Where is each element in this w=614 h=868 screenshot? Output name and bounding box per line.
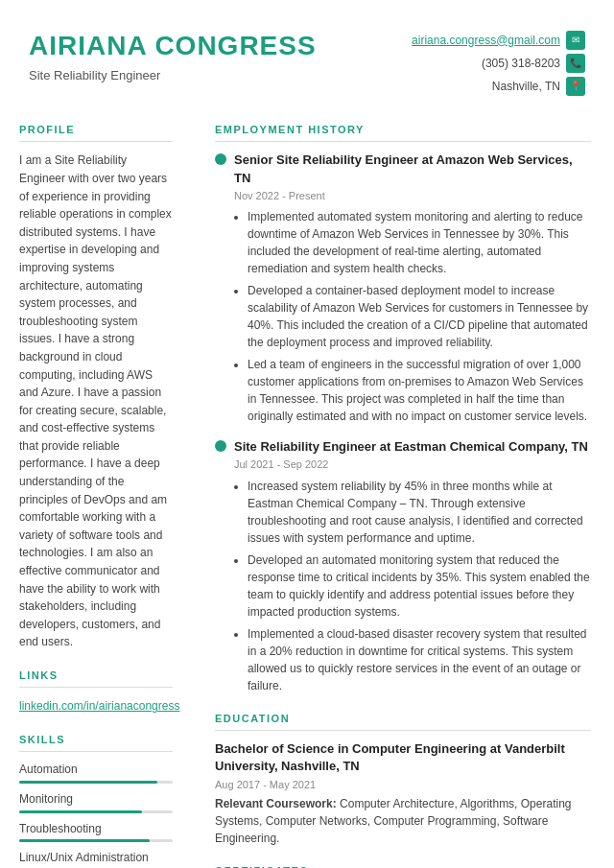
job-bullet: Led a team of engineers in the successfu… <box>248 356 591 425</box>
job-dates: Jul 2021 - Sep 2022 <box>234 457 591 472</box>
skill-item: Monitoring <box>19 791 173 813</box>
left-column: PROFILE I am a Site Reliability Engineer… <box>0 113 192 868</box>
location-text: Nashville, TN <box>492 79 560 95</box>
skill-name: Monitoring <box>19 791 173 808</box>
links-list: linkedin.com/in/airianacongress <box>19 697 173 715</box>
main-layout: PROFILE I am a Site Reliability Engineer… <box>0 113 614 868</box>
job-bullet: Implemented a cloud-based disaster recov… <box>248 625 591 694</box>
job-dates: Nov 2022 - Present <box>234 189 591 203</box>
location-row: Nashville, TN 📍 <box>492 77 585 96</box>
coursework-label: Relevant Coursework: <box>215 797 337 810</box>
skills-section-title: SKILLS <box>19 733 173 752</box>
job-item: Site Reliability Engineer at Eastman Che… <box>215 438 591 694</box>
job-title: Site Reliability Engineer at Eastman Che… <box>234 438 588 456</box>
skill-item: Automation <box>19 762 173 784</box>
job-item: Senior Site Reliability Engineer at Amaz… <box>215 152 591 425</box>
job-bullet: Developed a container-based deployment m… <box>248 282 591 351</box>
header-right: airiana.congress@gmail.com ✉ (305) 318-8… <box>412 27 585 96</box>
linkedin-link[interactable]: linkedin.com/in/airianacongress <box>19 699 179 713</box>
header-left: AIRIANA CONGRESS Site Reliability Engine… <box>29 27 317 84</box>
links-section-title: LINKS <box>19 669 173 688</box>
edu-dates: Aug 2017 - May 2021 <box>215 778 591 792</box>
certificates-section-title: CERTIFICATES <box>215 864 591 868</box>
profile-section-title: PROFILE <box>19 123 173 142</box>
phone-text: (305) 318-8203 <box>482 56 560 72</box>
employment-list: Senior Site Reliability Engineer at Amaz… <box>215 152 591 693</box>
email-row: airiana.congress@gmail.com ✉ <box>412 31 585 50</box>
skill-bar-fill <box>19 781 157 784</box>
education-block: Bachelor of Science in Computer Engineer… <box>215 740 591 847</box>
candidate-name: AIRIANA CONGRESS <box>29 27 317 64</box>
job-bullets: Implemented automated system monitoring … <box>234 208 591 425</box>
edu-degree: Bachelor of Science in Computer Engineer… <box>215 740 591 775</box>
skill-name: Troubleshooting <box>19 821 173 837</box>
job-title-row: Senior Site Reliability Engineer at Amaz… <box>215 152 591 186</box>
job-bullet: Increased system reliability by 45% in t… <box>248 478 591 547</box>
phone-row: (305) 318-8203 📞 <box>482 54 585 73</box>
job-dot <box>215 153 226 165</box>
skill-bar-bg <box>19 781 173 784</box>
email-icon: ✉ <box>566 31 585 50</box>
candidate-title: Site Reliability Engineer <box>29 67 317 84</box>
job-title-row: Site Reliability Engineer at Eastman Che… <box>215 438 591 456</box>
skill-name: Linux/Unix Administration <box>19 850 173 866</box>
education-section-title: EDUCATION <box>215 712 591 731</box>
job-title: Senior Site Reliability Engineer at Amaz… <box>234 152 591 186</box>
skill-name: Automation <box>19 762 173 778</box>
email-text[interactable]: airiana.congress@gmail.com <box>412 33 560 49</box>
header: AIRIANA CONGRESS Site Reliability Engine… <box>0 0 614 113</box>
location-icon: 📍 <box>566 77 585 96</box>
right-column: EMPLOYMENT HISTORY Senior Site Reliabili… <box>192 113 614 868</box>
skill-bar-fill <box>19 839 150 842</box>
skill-bar-bg <box>19 839 173 842</box>
job-bullets: Increased system reliability by 45% in t… <box>234 478 591 694</box>
phone-icon: 📞 <box>566 54 585 73</box>
skills-list: Automation Monitoring Troubleshooting Li… <box>19 762 173 868</box>
skill-item: Linux/Unix Administration <box>19 850 173 868</box>
profile-text: I am a Site Reliability Engineer with ov… <box>19 152 173 651</box>
skill-bar-bg <box>19 810 173 813</box>
job-bullet: Implemented automated system monitoring … <box>248 208 591 277</box>
skill-item: Troubleshooting <box>19 821 173 843</box>
resume-page: AIRIANA CONGRESS Site Reliability Engine… <box>0 0 614 868</box>
link-item: linkedin.com/in/airianacongress <box>19 697 173 715</box>
job-dot <box>215 440 226 452</box>
job-bullet: Developed an automated monitoring system… <box>248 551 591 621</box>
employment-section-title: EMPLOYMENT HISTORY <box>215 123 591 142</box>
skill-bar-fill <box>19 810 142 813</box>
edu-coursework: Relevant Coursework: Computer Architectu… <box>215 795 591 847</box>
